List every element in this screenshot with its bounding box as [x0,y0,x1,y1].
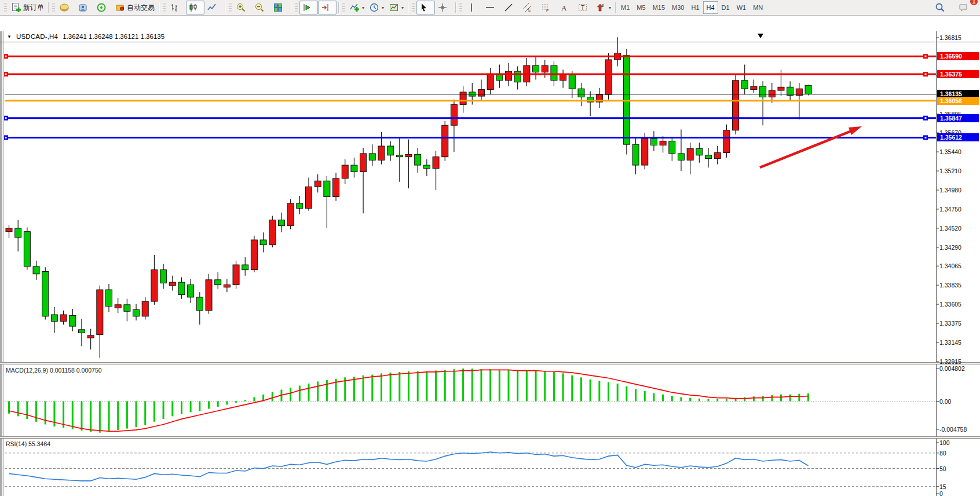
text-icon: A [559,2,569,13]
timeframe-d1[interactable]: D1 [718,1,733,14]
toolbar-grip[interactable] [459,3,462,12]
auto-scroll-icon [302,2,312,13]
chart-shift-button[interactable] [318,1,337,14]
indicators-button[interactable]: ▾ [347,1,367,14]
trendline-button[interactable] [501,1,520,14]
chart-title-bar: ▼ USDCAD-,H4 1.36241 1.36248 1.36121 1.3… [7,33,164,40]
horizontal-line-button[interactable] [482,1,501,14]
toolbar-grip[interactable] [295,3,298,12]
price-line-badge: 1.35847 [937,114,979,122]
text-label-icon: T [577,2,588,13]
arrows-icon [596,2,606,13]
price-axis-border [936,31,937,496]
text-label-button[interactable]: T [575,1,594,14]
fibonacci-icon: F [540,2,551,13]
candlestick-button[interactable] [186,1,204,14]
chat-button[interactable]: 1 [956,1,974,14]
chart-canvas[interactable] [0,16,980,496]
price-line-badge: 1.36375 [937,70,979,78]
toolbar-separator [291,2,291,13]
rsi-axis-tick: 50 [939,465,946,472]
search-button[interactable] [933,1,951,14]
vertical-line-button[interactable] [464,1,482,14]
auto-scroll-button[interactable] [299,1,318,14]
tile-windows-button[interactable] [270,1,289,14]
toolbar-group: EFAT▾ [464,1,613,14]
toolbar: 新订单自动交易▾▾▾EFAT▾M1M5M15M30H1H4D1W1MN1 [0,0,980,16]
price-line-badge: 1.36056 [937,97,979,105]
toolbar-grip[interactable] [52,3,55,12]
toolbar-separator [159,2,159,13]
cursor-button[interactable] [416,1,435,14]
new-order-button[interactable]: 新订单 [9,1,46,14]
text-button[interactable]: A [557,1,575,14]
timeframe-m5[interactable]: M5 [633,1,649,14]
dropdown-arrow-icon[interactable]: ▾ [362,5,364,10]
toolbar-group [299,1,337,14]
trendline-icon [503,2,514,13]
toolbar-grip[interactable] [412,3,415,12]
timeframe-mn[interactable]: MN [749,1,766,14]
toolbar-grip[interactable] [4,3,7,12]
zoom-out-button[interactable] [252,1,270,14]
timeframe-w1[interactable]: W1 [733,1,750,14]
fibonacci-button[interactable]: F [538,1,557,14]
chart-ohlc-values: 1.36241 1.36248 1.36121 1.36135 [63,33,164,40]
dropdown-arrow-icon[interactable]: ▾ [609,5,611,10]
toolbar-grip[interactable] [229,3,232,12]
metaeditor-button[interactable] [57,1,75,14]
dropdown-arrow-icon[interactable]: ▾ [382,5,384,10]
price-tick: 1.34980 [939,187,961,194]
zoom-in-button[interactable] [233,1,252,14]
crosshair-button[interactable] [435,1,454,14]
line-chart-button[interactable] [204,1,223,14]
chart-window[interactable]: ▼ USDCAD-,H4 1.36241 1.36248 1.36121 1.3… [0,16,980,496]
signals-button[interactable] [94,1,112,14]
toolbar-group [233,1,289,14]
toolbar-separator [615,2,616,13]
bar-chart-button[interactable] [167,1,186,14]
toolbar-separator [338,2,339,13]
timeframe-m15[interactable]: M15 [649,1,668,14]
channel-button[interactable]: E [520,1,538,14]
template-icon [389,2,399,13]
toolbar-group: 新订单 [9,1,46,14]
dropdown-arrow-icon[interactable]: ▾ [401,5,404,10]
macd-axis-tick: -0.004758 [939,426,967,433]
toolbar-grip[interactable] [342,3,345,12]
price-tick: 1.35440 [939,148,961,155]
price-tick: 1.33605 [939,301,961,308]
pane-splitter-macd[interactable] [0,362,980,364]
community-button[interactable] [75,1,94,14]
toolbar-separator [225,2,225,13]
pane-splitter-rsi[interactable] [0,436,980,439]
toolbar-right: 1 [933,1,978,14]
price-tick: 1.34750 [939,206,961,213]
autotrading-button[interactable]: 自动交易 [112,1,157,14]
timeframe-h1[interactable]: H1 [688,1,703,14]
chart-symbol-period: USDCAD-,H4 [16,33,58,40]
macd-axis-tick: 0.00 [939,398,951,405]
rsi-axis-tick: 100 [939,439,950,446]
crosshair-icon [437,2,448,13]
toolbar-group: 自动交易 [57,1,157,14]
timeframe-h4[interactable]: H4 [703,1,718,14]
toolbar-grip[interactable] [163,3,166,12]
timeframe-m1[interactable]: M1 [617,1,633,14]
toolbar-separator [455,2,456,13]
macd-axis-tick: 0.004802 [939,365,965,372]
timeframe-m30[interactable]: M30 [668,1,688,14]
periods-button[interactable]: ▾ [367,1,386,14]
application-window: 新订单自动交易▾▾▾EFAT▾M1M5M15M30H1H4D1W1MN1 ▼ U… [0,0,980,496]
svg-text:E: E [528,8,531,12]
templates-button[interactable]: ▾ [386,1,406,14]
toolbar-group: ▾▾▾ [347,1,406,14]
price-tick: 1.33835 [939,282,961,289]
chevron-down-icon[interactable]: ▼ [7,34,12,39]
price-line-badge: 1.35612 [937,133,979,141]
arrows-button[interactable]: ▾ [594,1,613,14]
notification-badge: 1 [970,0,978,5]
line-chart-icon [207,2,217,13]
new-order-icon [11,2,21,13]
toolbar-separator [48,2,49,13]
